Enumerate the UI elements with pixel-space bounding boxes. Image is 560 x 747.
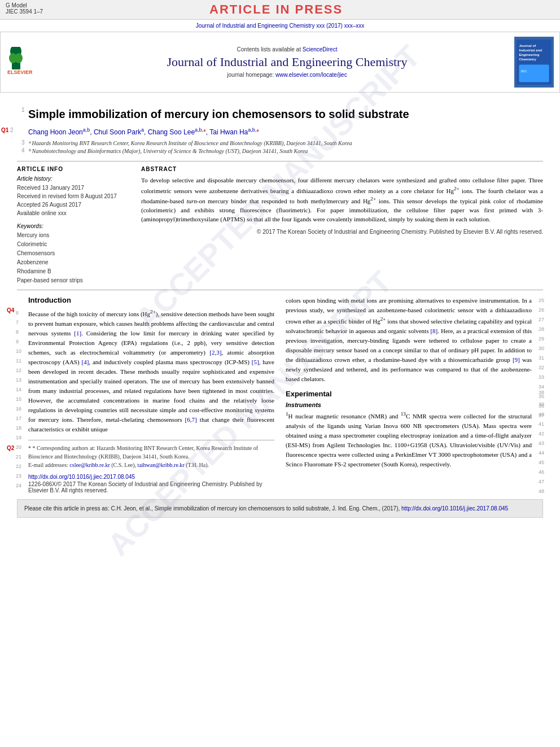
received-date: Received 13 January 2017 [17,184,130,192]
keyword-2: Chemosensors [17,249,130,258]
article-info-title: ARTICLE INFO [17,166,130,172]
author-ha: Tai Hwan Ha [209,128,248,136]
info-abstract-section: ARTICLE INFO Article history: Received 1… [17,166,543,285]
available-online: Available online xxx [17,209,130,217]
svg-rect-10 [519,64,549,82]
issn-line: 1226-086X/© 2017 The Korean Society of I… [28,481,274,493]
affiliation-b: ᵇ Nanobiotechnology and Bioinformatics (… [28,147,543,155]
sciencedirect-link[interactable]: ScienceDirect [303,46,338,53]
authors-block: 2 Q1 Chang Hoon Jeona,b, Chul Soon Parka… [17,127,543,136]
keyword-0: Mercury ions [17,231,130,240]
journal-homepage: journal homepage: www.elsevier.com/locat… [60,72,514,78]
svg-text:JIEC: JIEC [520,69,527,73]
instruments-text: 1H nuclear magnetic resonance (NMR) and … [286,410,532,469]
journal-title-block: Contents lists available at ScienceDirec… [60,46,514,78]
footnote-corresponding: * * Corresponding authors at: Hazards Mo… [28,444,274,461]
keywords-list: Mercury ions Colorimetric Chemosensors A… [17,231,130,285]
intro-text-right: colors upon binding with metal ions are … [286,296,532,384]
jiec-label: JIEC 3594 1–7 [6,8,43,15]
line-number-3: 3 [21,139,25,146]
journal-header: ELSEVIER Contents lists available at Sci… [0,32,560,93]
elsevier-logo: ELSEVIER [6,47,51,77]
divider-2 [17,290,543,290]
left-column: 678910 1112131415 1617181920 21222324 Q4… [28,296,274,493]
title-block: 1 Simple immobilization of mercury ion c… [17,107,543,121]
g-model-label: G Model [6,2,43,8]
right-column: 2526272829 3031323334 353637 colors upon… [286,296,532,493]
cite-bar: Please cite this article in press as: C.… [17,499,543,518]
intro-text-left: Because of the high toxicity of mercury … [28,308,274,434]
top-banner: G Model JIEC 3594 1–7 ARTICLE IN PRESS [0,0,560,20]
keyword-1: Colorimetric [17,240,130,249]
doi-link[interactable]: http://dx.doi.org/10.1016/j.jiec.2017.08… [28,474,135,480]
q1-marker: Q1 [1,127,8,133]
line-number-39: 39 [539,401,544,407]
intro-heading: Introduction [28,296,274,304]
abstract-text: To develop selective and disposable merc… [141,176,543,224]
doi-block: http://dx.doi.org/10.1016/j.jiec.2017.08… [28,474,274,480]
right-line-numbers-instruments: 4041424344 45464748 [539,410,544,496]
footnote-emails: E-mail addresses: cslee@kribb.re.kr (C.S… [28,461,274,469]
line-number-2: 2 [10,127,14,133]
svg-text:Engineering: Engineering [519,53,539,56]
affiliation-a: ᵃ Hazards Monitoring BNT Research Center… [28,139,543,147]
accepted-date: Accepted 26 August 2017 [17,200,130,209]
main-content: 1 Simple immobilization of mercury ion c… [0,93,560,523]
contents-line: Contents lists available at ScienceDirec… [60,46,514,53]
author-jeon: Chang Hoon Jeon [28,128,83,136]
page: ACCEPTED MANUSCRIPT ACCEPTED MANUSCRIPT … [0,0,560,747]
received-revised-date: Received in revised form 8 August 2017 [17,192,130,200]
abstract-block: ABSTRACT To develop selective and dispos… [141,166,543,285]
keywords-title: Keywords: [17,223,130,229]
svg-text:Chemistry: Chemistry [519,57,536,61]
line-number-4: 4 [21,147,25,154]
instruments-heading: Instruments [286,401,532,408]
abstract-title: ABSTRACT [141,166,543,172]
svg-text:Industrial and: Industrial and [519,48,542,52]
journal-cover-image: Journal of Industrial and Engineering Ch… [514,37,554,88]
g-model-block: G Model JIEC 3594 1–7 [6,2,43,15]
affiliations-block: 3 ᵃ Hazards Monitoring BNT Research Cent… [17,139,543,155]
journal-ref-top: Journal of Industrial and Engineering Ch… [196,21,364,30]
email2-link[interactable]: taihwan@kribb.re.kr [138,462,185,468]
divider-1 [17,161,543,161]
article-title: Simple immobilization of mercury ion che… [28,107,543,121]
svg-text:ELSEVIER: ELSEVIER [7,69,33,75]
author-lee: Chang Soo Lee [148,128,195,136]
line-number-1: 1 [21,107,25,113]
authors-line: Chang Hoon Jeona,b, Chul Soon Parka, Cha… [28,127,543,136]
svg-text:Journal of: Journal of [519,43,536,47]
article-history-label: Article history: [17,176,130,182]
svg-point-3 [15,53,23,63]
q2-marker: Q2 [7,444,14,452]
footnote-block: Q2 * * Corresponding authors at: Hazards… [28,440,274,469]
body-section: 678910 1112131415 1617181920 21222324 Q4… [17,296,543,493]
line-number-38: 38 [539,390,544,395]
email1-link[interactable]: cslee@kribb.re.kr [69,462,110,468]
journal-homepage-link[interactable]: www.elsevier.com/locate/jiec [275,72,347,78]
journal-title: Journal of Industrial and Engineering Ch… [60,55,514,69]
article-info: ARTICLE INFO Article history: Received 1… [17,166,130,285]
keyword-5: Paper-based sensor strips [17,276,130,285]
cite-doi-link[interactable]: http://dx.doi.org/10.1016/j.jiec.2017.08… [401,505,508,512]
author-park: Chul Soon Park [94,128,141,136]
left-line-numbers: 678910 1112131415 1617181920 21222324 [16,308,21,491]
q4-marker: Q4 [7,307,14,313]
experimental-heading: Experimental [286,390,532,398]
copyright: © 2017 The Korean Society of Industrial … [141,229,543,235]
keyword-3: Azobenzene [17,258,130,267]
keyword-4: Rhodamine B [17,267,130,276]
article-in-press-label: ARTICLE IN PRESS [43,2,509,17]
